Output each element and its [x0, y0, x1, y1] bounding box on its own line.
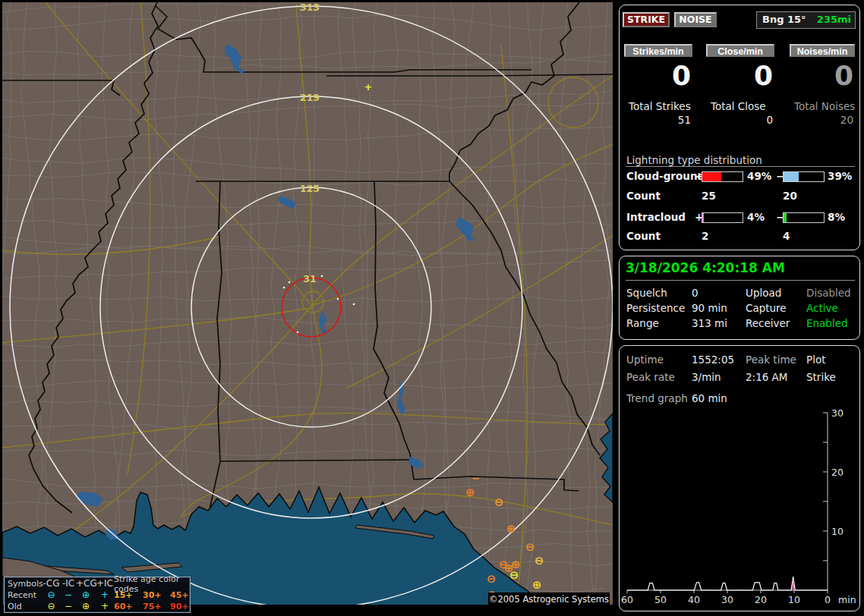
peak-rate-label: Peak rate [626, 371, 675, 383]
intracloud-count-row: Count 2 4 [620, 230, 859, 244]
strike-symbol-intracloud-positive: + [364, 81, 373, 93]
legend-old-label: Old [8, 602, 42, 611]
cloud-ground-count-row: Count 25 20 [620, 190, 859, 203]
svg-text:30: 30 [721, 594, 733, 605]
trend-graph-value: 60 min [692, 392, 727, 404]
capture-status: Active [806, 302, 838, 314]
upload-label: Upload [746, 287, 781, 299]
minus-icon: − [61, 602, 76, 611]
cg-negative-bar [783, 171, 825, 182]
svg-text:60: 60 [621, 594, 633, 605]
range-ring-label: 219 [300, 92, 320, 103]
total-strikes-label: Total Strikes [629, 100, 691, 112]
map-margin-right [613, 0, 615, 616]
strike-symbol-cloud-ground-negative: ⊖ [525, 540, 535, 554]
uptime-row: Uptime 1552:05 Peak time Plot [620, 354, 859, 367]
ic-positive-percent: 4% [747, 211, 765, 223]
copyright-notice: ©2005 Astrogenic Systems [488, 592, 610, 606]
noises-per-min-button[interactable]: Noises/min [790, 44, 855, 57]
circle-plus-icon: ⊕ [76, 591, 96, 599]
peak-rate-value: 3/min [692, 371, 721, 383]
age-badge-45: 45+ [170, 590, 194, 600]
total-noises-value: 20 [840, 114, 853, 126]
legend-recent-label: Recent [8, 590, 42, 600]
svg-text:20: 20 [831, 467, 844, 478]
ic-positive-count: 2 [702, 230, 708, 242]
svg-text:0: 0 [825, 594, 831, 605]
trend-series-strike-rate [627, 577, 828, 590]
plot-mode-value: Plot [806, 354, 825, 366]
counters-panel: STRIKE NOISE Bng 15° 235mi Strikes/min 0… [619, 5, 860, 250]
cg-positive-count: 25 [702, 190, 716, 202]
svg-text:30: 30 [831, 407, 844, 419]
ic-negative-bar [783, 212, 825, 223]
cg-positive-bar [702, 171, 743, 182]
age-badge-30: 30+ [143, 590, 170, 600]
circle-minus-icon: ⊖ [42, 602, 61, 611]
cloud-ground-label: Cloud-ground [626, 170, 705, 182]
total-close-label: Total Close [711, 100, 766, 112]
svg-text:20: 20 [755, 594, 767, 605]
receiver-label: Receiver [746, 317, 790, 329]
squelch-label: Squelch [626, 287, 667, 299]
cloud-ground-row: Cloud-ground + 49% − 39% [620, 170, 859, 184]
strike-symbol-intracloud-negative: − [472, 473, 481, 484]
svg-text:40: 40 [688, 594, 700, 605]
map-legend: Symbols -CG -IC +CG +IC Strike age color… [4, 577, 191, 613]
datetime-display: 3/18/2026 4:20:18 AM [626, 260, 785, 275]
ic-negative-percent: 8% [828, 211, 845, 223]
age-badge-90: 90+ [170, 602, 194, 611]
persistence-value: 90 min [692, 302, 727, 314]
app-window: 31321912531 +−⊕⊖⊕⊖⊖⊖⊕⊕⊖⊖⊕⊖ Symbols -CG -… [0, 0, 864, 616]
strike-symbol-cloud-ground-negative: ⊖ [494, 495, 504, 509]
ic-negative-count: 4 [783, 230, 790, 242]
circle-plus-icon: ⊕ [76, 602, 96, 611]
age-badge-75: 75+ [143, 602, 170, 611]
strikes-per-min-button[interactable]: Strikes/min [624, 44, 692, 57]
svg-text:10: 10 [788, 594, 800, 605]
plus-icon: + [96, 591, 114, 599]
map-margin-top [0, 0, 615, 2]
peak-rate-row: Peak rate 3/min 2:16 AM Strike [620, 371, 859, 385]
range-ring-label: 313 [300, 2, 320, 13]
strikes-counter-column: Strikes/min 0 Total Strikes 51 [624, 5, 692, 134]
peak-time-value: 2:16 AM [746, 371, 788, 383]
strike-symbol-cloud-ground-positive: ⊕ [532, 578, 542, 592]
cg-negative-percent: 39% [828, 170, 852, 182]
intracloud-label: Intracloud [626, 211, 686, 223]
uptime-label: Uptime [626, 354, 664, 366]
squelch-value: 0 [692, 287, 698, 299]
minus-icon: − [61, 591, 76, 599]
range-ring-label: 125 [300, 183, 320, 194]
status-row: Persistence 90 min Capture Active [620, 302, 859, 316]
strike-symbol-cloud-ground-negative: ⊖ [534, 554, 544, 567]
svg-text:10: 10 [831, 526, 844, 537]
range-value: 313 mi [692, 317, 727, 329]
range-label: Range [626, 317, 659, 329]
ic-positive-bar [702, 212, 743, 223]
divider [626, 166, 855, 167]
age-badge-15: 15+ [114, 590, 143, 600]
capture-label: Capture [746, 302, 787, 314]
strike-symbol-cloud-ground-negative: ⊖ [487, 572, 497, 586]
total-strikes-value: 51 [678, 114, 691, 126]
plot-type-value: Strike [806, 371, 836, 383]
strike-symbol-cloud-ground-positive: ⊕ [506, 522, 516, 536]
divider [626, 280, 855, 281]
trend-panel: Uptime 1552:05 Peak time Plot Peak rate … [619, 345, 860, 611]
circle-minus-icon: ⊖ [42, 591, 61, 599]
intracloud-row: Intracloud + 4% − 8% [620, 211, 859, 225]
upload-status: Disabled [806, 287, 851, 299]
legend-col-pos-ic: +IC [96, 580, 114, 588]
close-per-min-button[interactable]: Close/min [706, 44, 774, 57]
trend-graph-label: Trend graph [626, 392, 688, 404]
svg-text:min: min [838, 594, 856, 605]
strikes-per-min-value: 0 [672, 60, 691, 91]
lightning-map[interactable]: 31321912531 +−⊕⊖⊕⊖⊖⊖⊕⊕⊖⊖⊕⊖ [0, 0, 615, 616]
total-close-value: 0 [766, 114, 773, 126]
cg-negative-count: 20 [783, 190, 797, 202]
legend-col-pos-cg: +CG [76, 580, 96, 588]
strike-symbol-cloud-ground-negative: ⊖ [509, 568, 519, 582]
count-label: Count [626, 190, 661, 202]
status-row: Squelch 0 Upload Disabled [620, 287, 859, 300]
